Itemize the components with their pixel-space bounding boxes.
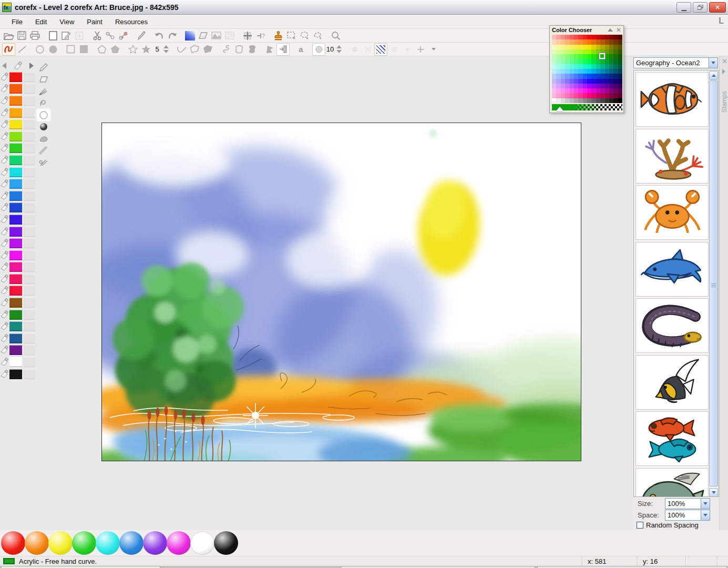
chooser-color-cell[interactable]: [578, 49, 582, 54]
palette-color-swatch[interactable]: [9, 143, 22, 153]
palette-blank-slot[interactable]: [24, 155, 35, 165]
brush-shape-button[interactable]: [312, 43, 325, 56]
chooser-color-cell[interactable]: [574, 35, 578, 39]
chooser-color-cell[interactable]: [596, 59, 600, 64]
chooser-color-cell[interactable]: [565, 84, 569, 88]
chooser-color-cell[interactable]: [578, 93, 582, 98]
stamp-dolphin[interactable]: [635, 242, 709, 297]
chooser-color-cell[interactable]: [613, 98, 618, 103]
palette-color-swatch[interactable]: [9, 215, 22, 225]
palette-blank-slot[interactable]: [24, 227, 35, 237]
chooser-color-cell[interactable]: [613, 49, 618, 54]
palette-blank-slot[interactable]: [24, 345, 35, 355]
cut-button[interactable]: [90, 29, 104, 42]
quick-color-button[interactable]: [167, 531, 191, 555]
chooser-color-cell[interactable]: [600, 98, 604, 103]
taskbar-button[interactable]: [1, 566, 160, 568]
scroll-up-button[interactable]: [709, 71, 718, 80]
stepper-up-icon[interactable]: [336, 45, 342, 48]
chooser-color-cell[interactable]: [556, 39, 560, 44]
palette-blank-slot[interactable]: [24, 179, 35, 189]
chooser-color-cell[interactable]: [613, 84, 618, 88]
palette-blank-slot[interactable]: [24, 274, 35, 284]
chooser-color-cell[interactable]: [583, 84, 587, 88]
chooser-color-cell[interactable]: [609, 64, 613, 69]
chooser-color-cell[interactable]: [591, 84, 596, 88]
chooser-color-cell[interactable]: [587, 54, 591, 59]
rectangle-outline-button[interactable]: [64, 43, 77, 56]
palette-blank-slot[interactable]: [24, 369, 35, 379]
chooser-color-cell[interactable]: [583, 64, 587, 69]
chooser-color-cell[interactable]: [587, 69, 591, 74]
chooser-color-cell[interactable]: [596, 45, 600, 49]
chooser-color-cell[interactable]: [596, 49, 600, 54]
chooser-color-cell[interactable]: [609, 49, 613, 54]
chooser-color-cell[interactable]: [583, 59, 587, 64]
chooser-color-cell[interactable]: [605, 98, 609, 103]
eraser-button[interactable]: [197, 29, 210, 42]
fan-brush-tool-button[interactable]: [37, 85, 50, 97]
chooser-color-cell[interactable]: [609, 98, 613, 103]
stamp-moorish-idol[interactable]: [635, 355, 709, 410]
chooser-color-cell[interactable]: [587, 79, 591, 84]
new-page-button[interactable]: [46, 29, 59, 42]
chooser-color-cell[interactable]: [587, 35, 591, 39]
palette-color-swatch[interactable]: [9, 345, 22, 355]
star-filled-button[interactable]: [139, 43, 152, 56]
chooser-color-cell[interactable]: [600, 39, 604, 44]
stamp-tool-button[interactable]: [272, 29, 285, 42]
chooser-color-cell[interactable]: [613, 35, 618, 39]
combo-button[interactable]: [709, 58, 717, 68]
paste-button[interactable]: [117, 29, 130, 42]
minimize-button[interactable]: ▁: [676, 2, 691, 13]
ellipse-filled-button[interactable]: [46, 43, 59, 56]
stamp-category-select[interactable]: Geography - Ocean2: [633, 57, 718, 68]
chooser-color-cell[interactable]: [552, 84, 556, 88]
polygon-filled-button[interactable]: [201, 43, 214, 56]
chooser-color-cell[interactable]: [618, 98, 622, 103]
chooser-color-cell[interactable]: [609, 84, 613, 88]
chooser-color-cell[interactable]: [618, 49, 622, 54]
chooser-color-cell[interactable]: [609, 88, 613, 93]
chooser-color-cell[interactable]: [618, 54, 622, 59]
chooser-color-cell[interactable]: [605, 84, 609, 88]
stepper-down-icon[interactable]: [163, 50, 169, 53]
squiggle-open-button[interactable]: [219, 43, 232, 56]
palette-color-swatch[interactable]: [9, 167, 22, 177]
chooser-color-cell[interactable]: [618, 64, 622, 69]
palette-blank-slot[interactable]: [24, 357, 35, 367]
chooser-color-cell[interactable]: [596, 88, 600, 93]
round-brush-tool-button[interactable]: [37, 109, 50, 121]
chooser-color-cell[interactable]: [561, 79, 565, 84]
palette-color-swatch[interactable]: [9, 262, 22, 272]
quick-color-button[interactable]: [119, 531, 143, 555]
chooser-color-cell[interactable]: [570, 79, 574, 84]
palette-color-swatch[interactable]: [9, 238, 22, 248]
chooser-color-cell[interactable]: [583, 93, 587, 98]
chooser-color-cell[interactable]: [561, 84, 565, 88]
palette-color-swatch[interactable]: [9, 274, 22, 284]
chooser-color-cell[interactable]: [583, 74, 587, 78]
chooser-color-cell[interactable]: [556, 69, 560, 74]
chooser-color-cell[interactable]: [600, 64, 604, 69]
curve-open-button[interactable]: [175, 43, 188, 56]
chooser-color-cell[interactable]: [578, 79, 582, 84]
palette-blank-slot[interactable]: [24, 96, 35, 106]
pentagon-outline-button[interactable]: [95, 43, 108, 56]
palette-blank-slot[interactable]: [24, 119, 35, 129]
brush-size-stepper[interactable]: [335, 45, 343, 53]
stamp-coral[interactable]: [635, 129, 709, 184]
select-lasso-button[interactable]: [298, 29, 311, 42]
chooser-color-cell[interactable]: [587, 49, 591, 54]
palette-color-swatch[interactable]: [9, 250, 22, 260]
options-dropdown-button[interactable]: [427, 43, 440, 56]
chooser-color-cell[interactable]: [583, 79, 587, 84]
chooser-color-cell[interactable]: [618, 69, 622, 74]
chooser-color-cell[interactable]: [596, 74, 600, 78]
paint-canvas[interactable]: [101, 123, 581, 461]
chooser-color-cell[interactable]: [613, 54, 618, 59]
stamp-piranha[interactable]: [635, 468, 709, 498]
chooser-color-cell[interactable]: [552, 93, 556, 98]
chooser-color-cell[interactable]: [583, 35, 587, 39]
chooser-color-cell[interactable]: [618, 35, 622, 39]
